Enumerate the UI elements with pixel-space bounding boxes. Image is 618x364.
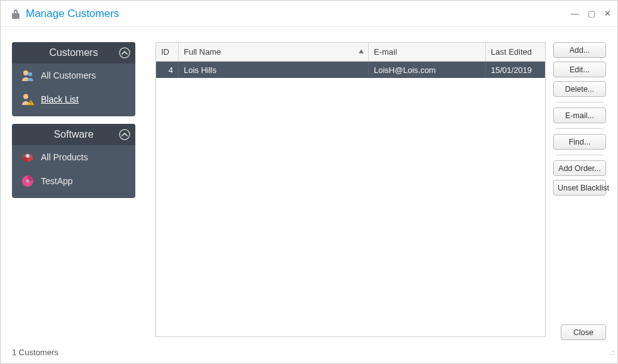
close-button[interactable]: Close [561, 324, 606, 340]
sidebar-group-software: Software All Products [12, 124, 135, 198]
sidebar-group-customers-title: Customers [49, 47, 98, 58]
column-header-last-edited[interactable]: Last Edited [486, 43, 545, 62]
window-minimize-icon[interactable]: — [571, 9, 579, 18]
sidebar-group-software-title: Software [53, 129, 93, 140]
cell-full-name: Lois Hills [179, 62, 369, 78]
sidebar-group-customers-header[interactable]: Customers [12, 42, 135, 63]
sidebar-item-label: Black List [41, 94, 79, 104]
window-maximize-icon[interactable]: ▢ [588, 9, 595, 18]
table-body: 4 Lois Hills LoisH@Lois.com 15/01/2019 [156, 62, 545, 336]
users-icon [21, 69, 35, 82]
splitter-handle[interactable]: ···· [143, 42, 148, 337]
sidebar-item-black-list[interactable]: Black List [12, 87, 135, 111]
column-header-email[interactable]: E-mail [369, 43, 486, 62]
separator [556, 102, 604, 102]
customers-table: ID Full Name E-mail Last Edited 4 Lois H… [155, 42, 546, 337]
unset-blacklist-button[interactable]: Unset Blacklist [553, 180, 606, 196]
splitter-grip-icon: ···· [145, 185, 147, 195]
cell-email: LoisH@Lois.com [369, 62, 486, 78]
delete-button[interactable]: Delete... [553, 81, 606, 97]
separator [556, 155, 604, 155]
collapse-up-icon[interactable] [119, 129, 130, 140]
svg-point-0 [120, 48, 130, 58]
sidebar-item-testapp[interactable]: TestApp [12, 169, 135, 193]
blacklist-icon [21, 92, 35, 106]
email-button[interactable]: E-mail... [553, 108, 606, 123]
svg-rect-4 [30, 102, 31, 104]
cell-last-edited: 15/01/2019 [486, 62, 545, 78]
sort-asc-icon [358, 47, 364, 56]
sidebar: Customers All Customers [12, 42, 135, 337]
testapp-icon [21, 174, 35, 188]
sidebar-item-label: All Customers [41, 70, 96, 80]
svg-point-10 [26, 180, 30, 183]
sidebar-item-all-customers[interactable]: All Customers [12, 63, 135, 87]
column-header-id[interactable]: ID [156, 43, 179, 62]
cell-id: 4 [156, 62, 179, 78]
product-icon [21, 150, 35, 164]
window-title: Manage Customers [26, 8, 119, 20]
app-lock-icon [11, 8, 21, 19]
svg-point-2 [28, 72, 32, 76]
sidebar-item-all-products[interactable]: All Products [12, 145, 135, 169]
add-order-button[interactable]: Add Order... [553, 160, 606, 176]
sidebar-item-label: TestApp [41, 176, 73, 186]
table-header-row: ID Full Name E-mail Last Edited [156, 43, 545, 62]
sidebar-group-software-header[interactable]: Software [12, 124, 135, 145]
add-button[interactable]: Add... [553, 42, 606, 58]
window-close-icon[interactable]: ✕ [604, 9, 611, 18]
svg-point-8 [27, 155, 28, 157]
resize-grip-icon[interactable]: .:: [606, 352, 615, 361]
sidebar-item-label: All Products [41, 152, 88, 162]
edit-button[interactable]: Edit... [553, 62, 606, 77]
find-button[interactable]: Find... [553, 134, 606, 150]
action-buttons: Add... Edit... Delete... E-mail... Find.… [553, 42, 606, 337]
separator [556, 128, 604, 129]
svg-point-1 [23, 70, 28, 75]
sidebar-group-customers: Customers All Customers [12, 42, 135, 116]
column-header-full-name-label: Full Name [184, 47, 221, 57]
column-header-full-name[interactable]: Full Name [179, 43, 369, 62]
svg-point-6 [120, 130, 130, 140]
collapse-up-icon[interactable] [119, 47, 130, 58]
svg-rect-5 [30, 104, 31, 104]
svg-point-3 [23, 94, 28, 99]
titlebar: Manage Customers — ▢ ✕ [1, 1, 617, 27]
status-text: 1 Customers [12, 348, 59, 357]
table-row[interactable]: 4 Lois Hills LoisH@Lois.com 15/01/2019 [156, 62, 545, 78]
